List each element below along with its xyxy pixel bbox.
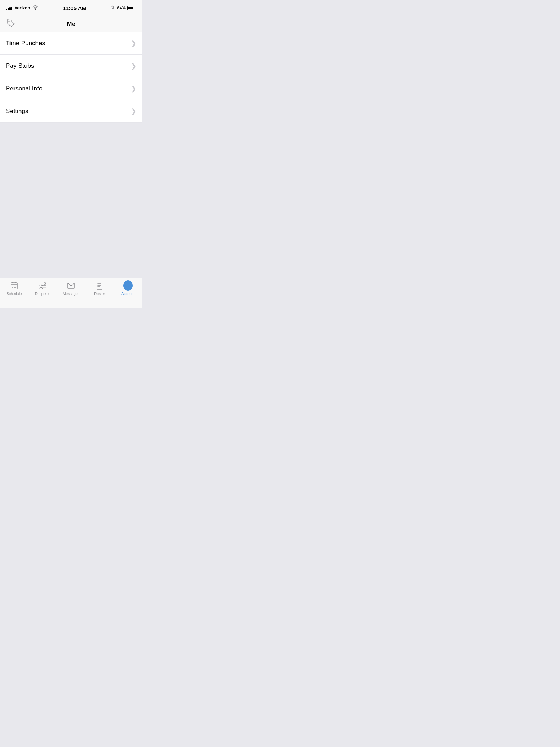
roster-icon <box>95 281 104 290</box>
menu-item-settings[interactable]: Settings ❯ <box>0 100 142 123</box>
svg-point-20 <box>127 283 129 286</box>
status-left: Verizon <box>6 5 38 11</box>
chevron-right-icon: ❯ <box>131 62 136 70</box>
menu-item-pay-stubs[interactable]: Pay Stubs ❯ <box>0 55 142 77</box>
page-title: Me <box>67 20 75 28</box>
carrier-label: Verizon <box>15 5 30 11</box>
tab-account[interactable]: Account <box>117 281 139 296</box>
schedule-icon <box>9 281 19 290</box>
account-icon <box>123 281 133 290</box>
battery-icon <box>127 6 136 10</box>
tab-schedule-label: Schedule <box>7 292 22 296</box>
content-area <box>0 123 142 278</box>
menu-item-pay-stubs-label: Pay Stubs <box>6 62 34 70</box>
chevron-right-icon: ❯ <box>131 85 136 93</box>
status-time: 11:05 AM <box>63 5 86 11</box>
tab-requests-label: Requests <box>35 292 50 296</box>
tab-roster[interactable]: Roster <box>89 281 110 296</box>
tab-account-label: Account <box>121 292 135 296</box>
svg-rect-13 <box>97 282 102 289</box>
battery-fill <box>128 7 133 9</box>
svg-point-1 <box>9 21 10 22</box>
svg-point-0 <box>35 9 36 9</box>
requests-icon <box>38 281 47 290</box>
menu-item-personal-info-label: Personal Info <box>6 85 42 92</box>
tab-messages[interactable]: Messages <box>60 281 82 296</box>
bluetooth-icon <box>111 5 115 11</box>
signal-bar-2 <box>8 8 9 10</box>
chevron-right-icon: ❯ <box>131 107 136 115</box>
menu-item-time-punches[interactable]: Time Punches ❯ <box>0 32 142 55</box>
signal-bar-1 <box>6 9 7 10</box>
tab-bar: Schedule Requests Messages <box>0 278 142 308</box>
status-bar: Verizon 11:05 AM 64% <box>0 0 142 16</box>
logo-icon <box>6 20 15 30</box>
menu-item-personal-info[interactable]: Personal Info ❯ <box>0 77 142 100</box>
navigation-bar: Me <box>0 16 142 32</box>
tab-requests[interactable]: Requests <box>32 281 54 296</box>
menu-item-time-punches-label: Time Punches <box>6 40 45 47</box>
signal-bar-4 <box>11 7 12 10</box>
menu-list: Time Punches ❯ Pay Stubs ❯ Personal Info… <box>0 32 142 123</box>
messages-icon <box>66 281 76 290</box>
svg-point-18 <box>97 285 98 286</box>
status-right: 64% <box>111 5 136 11</box>
battery-percent: 64% <box>117 5 126 11</box>
tab-roster-label: Roster <box>94 292 105 296</box>
svg-point-19 <box>97 286 98 287</box>
battery-container: 64% <box>117 5 136 11</box>
signal-bars <box>6 6 12 10</box>
account-avatar <box>123 280 133 291</box>
wifi-icon <box>32 5 38 11</box>
tab-messages-label: Messages <box>63 292 79 296</box>
svg-point-17 <box>97 283 98 284</box>
tab-schedule[interactable]: Schedule <box>3 281 25 296</box>
menu-item-settings-label: Settings <box>6 108 28 115</box>
chevron-right-icon: ❯ <box>131 39 136 47</box>
signal-bar-3 <box>9 7 11 10</box>
nav-left-icon <box>6 18 22 30</box>
